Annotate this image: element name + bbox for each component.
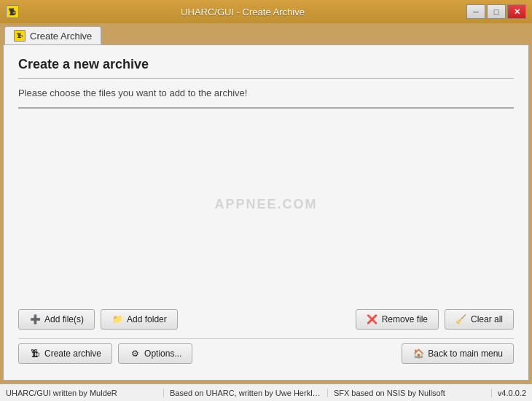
status-segment-2: Based on UHARC, written by Uwe Herklotz <box>164 389 328 397</box>
window-title: UHARC/GUI - Create Archive <box>19 7 466 17</box>
options-button[interactable]: ⚙ Options... <box>118 343 192 364</box>
watermark: APPNEE.COM <box>214 196 317 211</box>
app-icon: 🗜 <box>6 5 19 18</box>
status-segment-3: SFX based on NSIS by Nullsoft <box>328 389 492 397</box>
back-to-main-button[interactable]: 🏠 Back to main menu <box>402 343 514 364</box>
add-folder-button[interactable]: 📁 Add folder <box>101 309 178 330</box>
window-controls: ─ □ ✕ <box>466 4 526 19</box>
panel-subtitle: Please choose the files you want to add … <box>18 87 514 98</box>
content-panel: Create a new archive Please choose the f… <box>3 44 529 381</box>
add-folder-icon: 📁 <box>112 314 123 325</box>
status-bar: UHARC/GUI written by MuldeR Based on UHA… <box>0 384 532 401</box>
tab-icon: 🗜 <box>14 30 26 42</box>
status-version: v4.0.0.2 <box>492 389 532 397</box>
remove-file-icon: ❌ <box>367 314 378 325</box>
clear-all-button[interactable]: 🧹 Clear all <box>445 309 514 330</box>
create-archive-icon: 🗜 <box>29 348 41 359</box>
file-list[interactable] <box>18 107 514 109</box>
main-action-buttons: 🗜 Create archive ⚙ Options... 🏠 Back to … <box>18 343 514 364</box>
panel-heading: Create a new archive <box>18 57 514 79</box>
maximize-button[interactable]: □ <box>487 4 506 19</box>
remove-clear-buttons: ❌ Remove file 🧹 Clear all <box>356 309 514 330</box>
file-list-wrapper: APPNEE.COM <box>18 107 514 300</box>
minimize-button[interactable]: ─ <box>466 4 485 19</box>
back-button-wrapper: 🏠 Back to main menu <box>402 343 514 364</box>
add-files-icon: ➕ <box>29 314 41 325</box>
back-icon: 🏠 <box>412 348 424 359</box>
title-bar: 🗜 UHARC/GUI - Create Archive ─ □ ✕ <box>0 0 532 23</box>
create-archive-button[interactable]: 🗜 Create archive <box>18 343 112 364</box>
tab-create-archive[interactable]: 🗜 Create Archive <box>4 26 101 44</box>
remove-file-button[interactable]: ❌ Remove file <box>356 309 439 330</box>
window-body: 🗜 Create Archive Create a new archive Pl… <box>0 23 532 384</box>
status-segment-1: UHARC/GUI written by MuldeR <box>0 389 164 397</box>
separator <box>18 338 514 339</box>
tab-bar: 🗜 Create Archive <box>3 26 529 44</box>
options-icon: ⚙ <box>129 348 141 359</box>
clear-all-icon: 🧹 <box>455 314 467 325</box>
file-action-buttons: ➕ Add file(s) 📁 Add folder ❌ Remove file… <box>18 309 514 330</box>
tab-label: Create Archive <box>30 31 92 42</box>
add-files-button[interactable]: ➕ Add file(s) <box>18 309 95 330</box>
close-button[interactable]: ✕ <box>507 4 526 19</box>
